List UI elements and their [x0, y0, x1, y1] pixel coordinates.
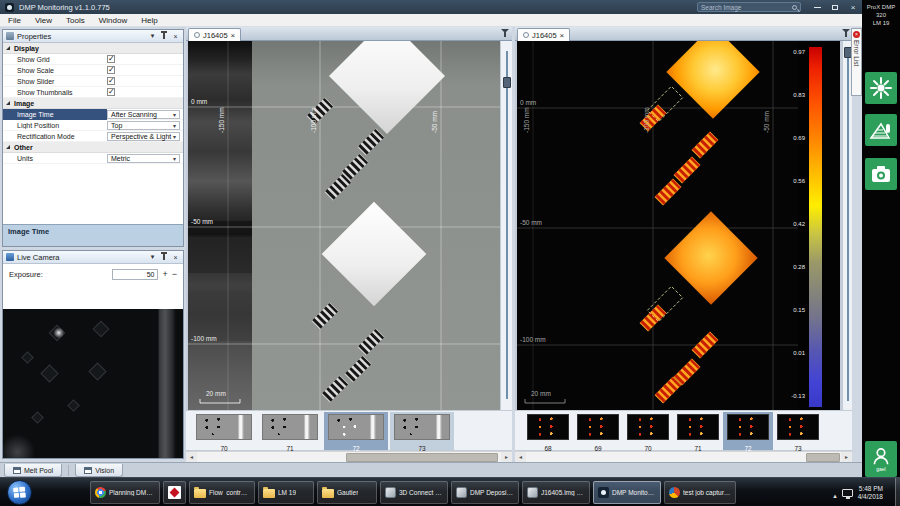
- colorbar-label: 0.97: [777, 49, 805, 55]
- heat-horizontal-scrollbar[interactable]: ◂ ▸: [515, 451, 852, 462]
- ruler-top-label: -100 mm: [643, 107, 650, 133]
- light-position-dropdown[interactable]: Top: [107, 121, 180, 130]
- gray-thumbnail-bar: 70 71 72 73: [186, 410, 512, 450]
- camera-view-button[interactable]: [865, 158, 897, 190]
- panel-menu-button[interactable]: [148, 32, 157, 40]
- thumbnail-69[interactable]: 69: [573, 412, 623, 450]
- camera-part-shape: [40, 364, 58, 382]
- scrollbar-thumb[interactable]: [346, 453, 498, 462]
- scrollbar-thumb[interactable]: [806, 453, 840, 462]
- units-dropdown[interactable]: Metric: [107, 154, 180, 163]
- gray-view-tab[interactable]: J16405: [188, 28, 241, 41]
- thumbnail-73[interactable]: 73: [773, 412, 823, 450]
- thumbnail-73[interactable]: 73: [390, 412, 454, 450]
- start-button[interactable]: [7, 480, 32, 505]
- heat-image-svg: -150 mm -100 mm -50 mm 0 mm -50 mm -100 …: [517, 41, 798, 410]
- thumbnail-72-selected[interactable]: 72: [723, 412, 773, 450]
- rectification-mode-dropdown[interactable]: Perspective & Light: [107, 132, 180, 141]
- tab-close-icon[interactable]: [231, 31, 236, 40]
- filter-icon[interactable]: [501, 29, 509, 38]
- show-thumbnails-checkbox[interactable]: [107, 88, 115, 96]
- thumbnail-72-selected[interactable]: 72: [324, 412, 388, 450]
- colorbar-label: 0.15: [777, 307, 805, 313]
- ruler-left-label: -100 mm: [520, 336, 546, 343]
- group-other[interactable]: Other: [3, 142, 183, 153]
- tray-expand-icon[interactable]: [833, 484, 837, 502]
- gray-image-canvas[interactable]: -150 mm -100 mm -50 mm 0 mm -50 mm -100 …: [188, 41, 500, 410]
- group-image-label: Image: [14, 100, 34, 107]
- group-display[interactable]: Display: [3, 43, 183, 54]
- show-grid-checkbox[interactable]: [107, 55, 115, 63]
- taskbar-item-flow-control[interactable]: Flow_control-FA...: [189, 481, 255, 504]
- panel-close-button[interactable]: [171, 254, 180, 261]
- show-slider-checkbox[interactable]: [107, 77, 115, 85]
- show-desktop-button[interactable]: [895, 478, 900, 506]
- thumbnail-70[interactable]: 70: [192, 412, 256, 450]
- tab-vision[interactable]: Vision: [75, 464, 123, 477]
- layer-slider[interactable]: [500, 41, 512, 410]
- search-input[interactable]: Search Image: [697, 2, 801, 12]
- gray-horizontal-scrollbar[interactable]: ◂ ▸: [186, 451, 512, 462]
- colorbar-label: 0.42: [777, 221, 805, 227]
- heat-image-canvas[interactable]: -150 mm -100 mm -50 mm 0 mm -50 mm -100 …: [517, 41, 840, 410]
- taskbar-item-test-job-capture[interactable]: test job capture.p...: [664, 481, 736, 504]
- live-camera-header: Live Camera: [3, 251, 183, 264]
- menu-file[interactable]: File: [8, 16, 21, 25]
- thumbnail-70[interactable]: 70: [623, 412, 673, 450]
- laser-status-button[interactable]: [865, 72, 897, 104]
- taskbar-item-3d-connect[interactable]: 3D Connect v1.0.0...: [380, 481, 448, 504]
- slider-track[interactable]: [506, 51, 508, 399]
- taskbar-item-dmp-deposition[interactable]: DMP Deposition -...: [451, 481, 519, 504]
- show-scale-checkbox[interactable]: [107, 66, 115, 74]
- tab-close-icon[interactable]: [560, 31, 565, 40]
- menu-window[interactable]: Window: [99, 16, 127, 25]
- thumbnail-71[interactable]: 71: [258, 412, 322, 450]
- slider-track[interactable]: [847, 49, 849, 401]
- exposure-input[interactable]: 50: [112, 269, 158, 280]
- taskbar-item-planning[interactable]: Planning DMP En...: [90, 481, 160, 504]
- heat-view-tab-label: J16405: [532, 31, 557, 40]
- filter-icon[interactable]: [842, 29, 850, 38]
- slider-handle[interactable]: [503, 77, 511, 88]
- thumbnail-image: [627, 414, 669, 440]
- panel-menu-button[interactable]: [148, 253, 157, 261]
- heat-view-tab[interactable]: J16405: [517, 28, 570, 41]
- thumbnail-68[interactable]: 68: [523, 412, 573, 450]
- taskbar-item-gautier[interactable]: Gautier: [317, 481, 377, 504]
- menu-tools[interactable]: Tools: [66, 16, 85, 25]
- group-image[interactable]: Image: [3, 98, 183, 109]
- restore-button[interactable]: [830, 2, 840, 12]
- network-icon[interactable]: [842, 489, 853, 497]
- taskbar-clock[interactable]: 5:48 PM 4/4/2018: [858, 485, 883, 501]
- taskbar-item-dmp-logo[interactable]: [163, 481, 186, 504]
- taskbar: Planning DMP En... Flow_control-FA... LM…: [0, 477, 900, 506]
- exposure-increase-button[interactable]: +: [162, 270, 167, 279]
- panel-close-button[interactable]: [171, 33, 180, 40]
- layer-slider[interactable]: [842, 41, 852, 410]
- taskbar-item-j16405[interactable]: J16405.lmg - DMP ...: [522, 481, 590, 504]
- thumbnail-71[interactable]: 71: [673, 412, 723, 450]
- row-show-scale: Show Scale: [3, 65, 183, 76]
- taskbar-item-dmp-monitoring-active[interactable]: DMP Monitoring ...: [593, 481, 661, 504]
- exposure-decrease-button[interactable]: −: [172, 270, 177, 279]
- menu-help[interactable]: Help: [141, 16, 157, 25]
- powder-layer-button[interactable]: [865, 114, 897, 146]
- minimize-button[interactable]: [812, 2, 822, 12]
- taskbar-item-lm19[interactable]: LM 19: [258, 481, 314, 504]
- ruler-top-label: -150 mm: [218, 107, 225, 133]
- close-button[interactable]: [848, 2, 858, 12]
- image-time-label[interactable]: Image Time: [3, 109, 107, 120]
- window-title: DMP Monitoring v1.1.0.775: [19, 3, 110, 12]
- units-label: Units: [3, 155, 107, 162]
- tab-melt-pool[interactable]: Melt Pool: [4, 464, 62, 477]
- pin-icon[interactable]: [163, 254, 165, 260]
- thumbnail-image: [527, 414, 569, 440]
- error-list-tab[interactable]: × Error List: [851, 28, 862, 96]
- live-camera-image[interactable]: [3, 309, 183, 458]
- machine-sidebar: ProX DMP 320 LM 19: [862, 0, 900, 477]
- menu-view[interactable]: View: [35, 16, 52, 25]
- pin-icon[interactable]: [163, 33, 165, 39]
- properties-icon: [6, 32, 14, 40]
- user-button[interactable]: gael: [865, 441, 897, 477]
- image-time-dropdown[interactable]: After Scanning: [107, 110, 180, 119]
